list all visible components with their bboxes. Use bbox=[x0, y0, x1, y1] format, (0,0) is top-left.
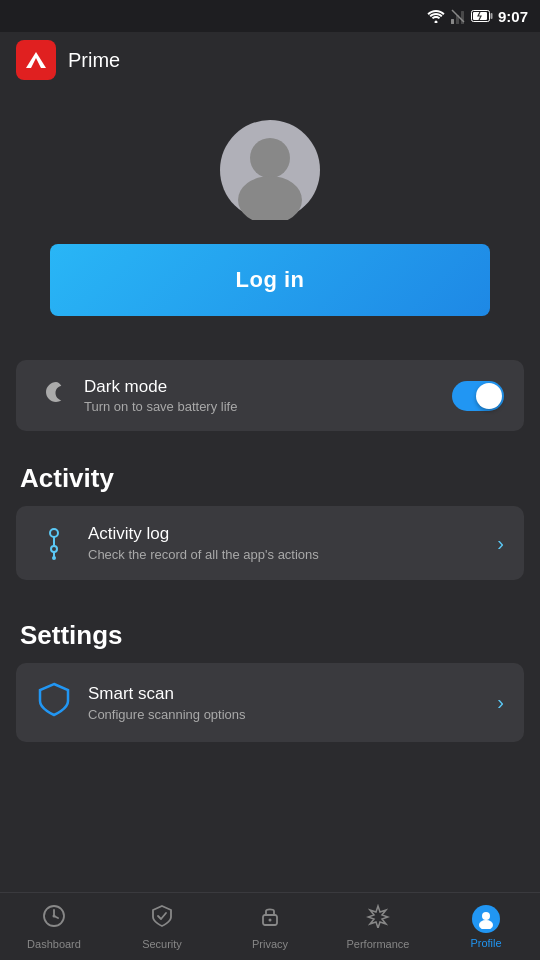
svg-point-14 bbox=[52, 556, 56, 560]
performance-icon bbox=[366, 904, 390, 934]
signal-icon bbox=[450, 8, 466, 24]
moon-icon bbox=[36, 376, 68, 415]
performance-label: Performance bbox=[347, 938, 410, 950]
svg-point-0 bbox=[434, 21, 437, 24]
security-svg bbox=[150, 904, 174, 928]
svg-point-16 bbox=[53, 914, 56, 917]
svg-point-10 bbox=[50, 529, 58, 537]
privacy-label: Privacy bbox=[252, 938, 288, 950]
activity-log-subtitle: Check the record of all the app's action… bbox=[88, 547, 481, 562]
app-title: Prime bbox=[68, 49, 120, 72]
app-header: Prime bbox=[0, 32, 540, 88]
status-bar: 9:07 bbox=[0, 0, 540, 32]
security-label: Security bbox=[142, 938, 182, 950]
profile-avatar bbox=[472, 905, 500, 933]
nav-item-performance[interactable]: Performance bbox=[324, 896, 432, 958]
avatar bbox=[220, 120, 320, 220]
status-time: 9:07 bbox=[498, 8, 528, 25]
privacy-svg bbox=[258, 904, 282, 928]
activity-log-title: Activity log bbox=[88, 524, 481, 544]
dashboard-label: Dashboard bbox=[27, 938, 81, 950]
activity-log-svg bbox=[40, 525, 68, 561]
performance-svg bbox=[366, 904, 390, 928]
nav-item-profile[interactable]: Profile bbox=[432, 897, 540, 957]
profile-avatar-svg bbox=[476, 909, 496, 929]
activity-log-chevron: › bbox=[497, 532, 504, 555]
dark-mode-toggle[interactable] bbox=[452, 381, 504, 411]
smart-scan-icon bbox=[36, 681, 72, 724]
smart-scan-title: Smart scan bbox=[88, 684, 481, 704]
smart-scan-item[interactable]: Smart scan Configure scanning options › bbox=[16, 663, 524, 742]
dark-mode-title: Dark mode bbox=[84, 377, 436, 397]
avatar-icon bbox=[220, 120, 320, 220]
activity-log-text: Activity log Check the record of all the… bbox=[88, 524, 481, 562]
avatar-section: Log in bbox=[0, 88, 540, 340]
shield-svg bbox=[36, 681, 72, 717]
login-button[interactable]: Log in bbox=[50, 244, 490, 316]
nav-item-dashboard[interactable]: Dashboard bbox=[0, 896, 108, 958]
svg-point-20 bbox=[479, 920, 493, 929]
privacy-icon bbox=[258, 904, 282, 934]
bottom-nav: Dashboard Security Privacy Perfo bbox=[0, 892, 540, 960]
activity-section-header: Activity bbox=[0, 431, 540, 506]
status-icons: 9:07 bbox=[427, 8, 528, 25]
nav-item-privacy[interactable]: Privacy bbox=[216, 896, 324, 958]
svg-point-18 bbox=[269, 918, 272, 921]
dark-mode-subtitle: Turn on to save battery life bbox=[84, 399, 436, 414]
svg-point-19 bbox=[482, 912, 490, 920]
avast-logo-icon bbox=[22, 46, 50, 74]
svg-point-12 bbox=[51, 546, 57, 552]
smart-scan-text: Smart scan Configure scanning options bbox=[88, 684, 481, 722]
settings-section-header: Settings bbox=[0, 588, 540, 663]
dashboard-svg bbox=[42, 904, 66, 928]
nav-item-security[interactable]: Security bbox=[108, 896, 216, 958]
smart-scan-chevron: › bbox=[497, 691, 504, 714]
svg-rect-1 bbox=[451, 19, 454, 24]
svg-point-8 bbox=[250, 138, 290, 178]
dark-mode-text: Dark mode Turn on to save battery life bbox=[84, 377, 436, 414]
dashboard-icon bbox=[42, 904, 66, 934]
profile-label: Profile bbox=[470, 937, 501, 949]
svg-rect-6 bbox=[490, 13, 492, 19]
svg-point-9 bbox=[238, 176, 302, 220]
dark-mode-card[interactable]: Dark mode Turn on to save battery life bbox=[16, 360, 524, 431]
activity-log-icon bbox=[36, 525, 72, 561]
main-content: Log in Dark mode Turn on to save battery… bbox=[0, 88, 540, 892]
avast-logo bbox=[16, 40, 56, 80]
moon-svg bbox=[36, 376, 68, 408]
wifi-icon bbox=[427, 9, 445, 23]
security-icon bbox=[150, 904, 174, 934]
battery-icon bbox=[471, 9, 493, 23]
smart-scan-subtitle: Configure scanning options bbox=[88, 707, 481, 722]
activity-log-item[interactable]: Activity log Check the record of all the… bbox=[16, 506, 524, 580]
